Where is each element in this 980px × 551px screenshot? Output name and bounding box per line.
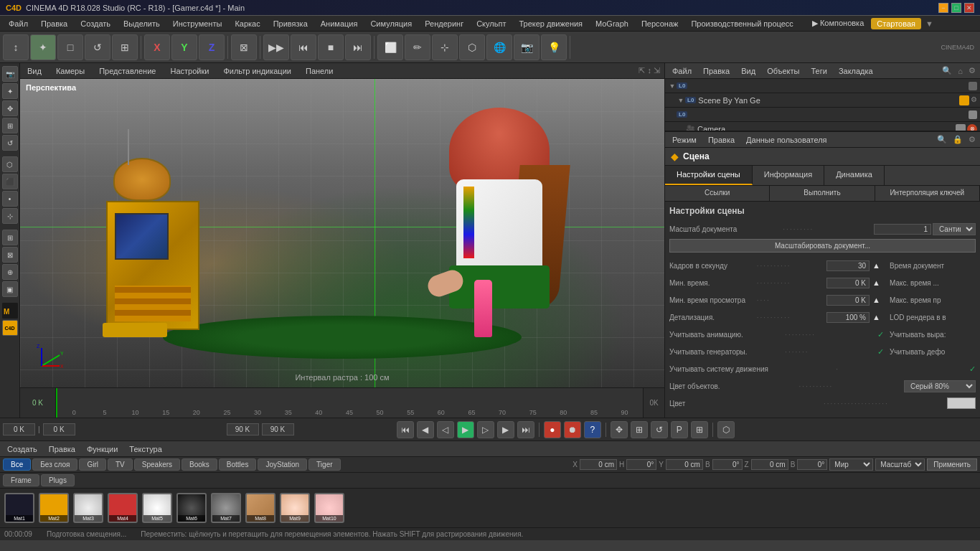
toolbar-nurbs-icon[interactable]: ⊹ — [432, 34, 458, 60]
anim-goto-start[interactable]: ⏮ — [397, 421, 414, 438]
menu-snap[interactable]: Привязка — [268, 18, 314, 29]
close-button[interactable]: ✕ — [964, 3, 974, 13]
mat-9[interactable]: Mat9 — [280, 493, 310, 523]
menu-edit[interactable]: Правка — [35, 18, 73, 29]
menu-tools[interactable]: Инструменты — [167, 18, 228, 29]
apply-button[interactable]: Применить — [927, 458, 977, 471]
toolbar-scene-icon[interactable]: 🌐 — [486, 34, 512, 60]
menu-production[interactable]: Производственный процесс — [685, 18, 798, 29]
minimize-button[interactable]: − — [938, 3, 948, 13]
rp-bottom-lock-icon[interactable]: 🔒 — [953, 135, 963, 144]
anim-rotate2[interactable]: ↺ — [651, 421, 668, 438]
setting-scale-value[interactable] — [874, 224, 931, 235]
sidebar-select-icon[interactable]: ✦ — [2, 83, 18, 99]
setting-color-select[interactable]: Серый 80% Белый — [904, 380, 976, 392]
anim-grid[interactable]: ⊞ — [691, 421, 708, 438]
filter-nolayer[interactable]: Без слоя — [32, 458, 77, 471]
expand-scene-yan[interactable]: ▼ — [677, 96, 685, 105]
setting-detail-value[interactable] — [826, 312, 870, 323]
expand-lo1[interactable]: ▼ — [668, 82, 677, 90]
anim-layout[interactable]: ⬡ — [717, 421, 735, 438]
tag-gray-lo1[interactable] — [969, 82, 977, 90]
sidebar-cinema-icon[interactable]: C4D — [2, 320, 18, 336]
coord-b-input[interactable] — [712, 459, 743, 470]
anim-current-time[interactable] — [3, 423, 35, 435]
mintime-spinup[interactable]: ▲ — [872, 278, 884, 287]
timeline-ruler[interactable]: 0 5 10 15 20 25 30 35 40 45 50 55 60 65 … — [56, 388, 643, 418]
rp-menu-tags[interactable]: Теги — [809, 65, 830, 77]
lower-menu-functions[interactable]: Функции — [84, 443, 121, 455]
link-refs[interactable]: Ссылки — [665, 186, 770, 201]
filter-tv[interactable]: TV — [108, 458, 133, 471]
anim-help[interactable]: ? — [584, 421, 601, 438]
menu-wireframe[interactable]: Каркас — [229, 18, 265, 29]
toolbar-y-axis[interactable]: Y — [171, 34, 197, 60]
rp-menu-bookmark[interactable]: Закладка — [836, 65, 876, 77]
menu-anim[interactable]: Анимация — [315, 18, 364, 29]
menu-create[interactable]: Создать — [75, 18, 116, 29]
filter-speakers[interactable]: Speakers — [134, 458, 180, 471]
sidebar-live-icon[interactable]: ⊹ — [2, 208, 18, 224]
mat-6[interactable]: Mat6 — [176, 493, 207, 523]
toolbar-pen-icon[interactable]: ✏ — [405, 34, 430, 60]
anim-prev-key[interactable]: ◁ — [437, 421, 454, 438]
menu-file[interactable]: Файл — [3, 18, 34, 29]
coord-h-input[interactable] — [626, 459, 656, 470]
menu-mograph[interactable]: MoGraph — [590, 18, 634, 29]
menu-render[interactable]: Рендеринг — [419, 18, 469, 29]
rp-search-icon[interactable]: 🔍 — [942, 66, 952, 75]
menu-sim[interactable]: Симуляция — [364, 18, 418, 29]
toolbar-light-icon[interactable]: 💡 — [541, 34, 567, 60]
toolbar-pointer-icon[interactable]: ✦ — [30, 34, 56, 60]
vp-menu-display[interactable]: Представление — [96, 65, 159, 77]
lower-menu-create[interactable]: Создать — [4, 443, 40, 455]
rp-menu-edit[interactable]: Правка — [700, 65, 732, 77]
mat-7[interactable]: Mat7 — [211, 493, 241, 523]
obj-row-lo2[interactable]: L0 — [665, 108, 980, 122]
rp-settings-icon[interactable]: ⚙ — [969, 66, 976, 75]
lower-menu-edit[interactable]: Правка — [46, 443, 78, 455]
anim-goto-end[interactable]: ⏭ — [517, 421, 534, 438]
setting-mintime-value[interactable] — [826, 278, 870, 288]
toolbar-deform-icon[interactable]: ⬡ — [459, 34, 485, 60]
sidebar-move-icon[interactable]: ✥ — [2, 100, 18, 116]
coord-y-input[interactable] — [666, 459, 703, 470]
tab-dynamics[interactable]: Динамика — [824, 166, 885, 185]
rp-bottom-gear-icon[interactable]: ⚙ — [969, 135, 976, 144]
sidebar-edge-icon[interactable]: ⬛ — [2, 174, 18, 189]
tag-gray-camera[interactable] — [956, 124, 966, 131]
anim-autokey[interactable]: ● — [544, 421, 561, 438]
anim-scale2[interactable]: ⊞ — [631, 421, 648, 438]
toolbar-box-icon[interactable]: □ — [57, 34, 83, 60]
toolbar-rotate-icon[interactable]: ↺ — [85, 34, 110, 60]
obj-row-camera[interactable]: 🎥 Camera ⊗ — [665, 122, 980, 131]
lower-menu-texture[interactable]: Текстура — [126, 443, 164, 455]
mat-8[interactable]: Mat8 — [245, 493, 275, 523]
sidebar-rotate-icon[interactable]: ↺ — [2, 135, 18, 151]
rp-menu-objects[interactable]: Объекты — [764, 65, 802, 77]
menu-startup[interactable]: Стартовая — [871, 18, 921, 29]
vp-menu-settings[interactable]: Настройки — [167, 65, 212, 77]
rp-bottom-edit[interactable]: Правка — [705, 134, 738, 146]
link-interpolate[interactable]: Интерполяция ключей — [875, 186, 980, 201]
filter-girl[interactable]: Girl — [79, 458, 106, 471]
filter-frame[interactable]: Frame — [3, 474, 39, 486]
link-execute[interactable]: Выполнить — [770, 186, 875, 201]
coord-p-input[interactable] — [797, 459, 827, 470]
rp-menu-view[interactable]: Вид — [738, 65, 758, 77]
anim-end-time1[interactable] — [227, 423, 259, 435]
minpreview-spinup[interactable]: ▲ — [872, 296, 884, 304]
menu-character[interactable]: Персонаж — [636, 18, 684, 29]
toolbar-play-icon[interactable]: ▶▶ — [263, 34, 289, 60]
menu-tracker[interactable]: Трекер движения — [513, 18, 588, 29]
toolbar-scale-icon[interactable]: ⊞ — [112, 34, 138, 60]
filter-all[interactable]: Все — [3, 458, 31, 471]
mat-10[interactable]: Mat10 — [314, 493, 344, 523]
toolbar-cube-icon[interactable]: ⬜ — [377, 34, 403, 60]
setting-scale-unit[interactable]: Сантиметр Метр — [933, 223, 976, 235]
toolbar-move-icon[interactable]: ↕ — [3, 34, 29, 60]
rp-bottom-userdata[interactable]: Данные пользователя — [743, 134, 829, 146]
rp-menu-file[interactable]: Файл — [669, 65, 694, 77]
viewport-canvas[interactable]: Y X Z Перспектива Интервал растра : 100 … — [20, 79, 664, 387]
filter-tiger[interactable]: Tiger — [308, 458, 340, 471]
